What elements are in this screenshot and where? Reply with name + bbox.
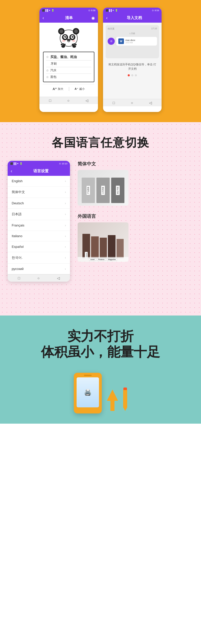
dot-2[interactable] [131, 74, 133, 76]
svg-point-18 [62, 43, 64, 45]
illus-screen-content: 🖨️ [77, 377, 99, 407]
chat-contact-name: 传天英 [108, 27, 114, 31]
chat-file-bubble[interactable]: W mac.docx 15.0 KB [116, 37, 157, 46]
phone2-content: 传天英 17:10 1 天前 传 W mac.docx 15.0 KB [103, 23, 162, 99]
phone2-status-bar: ⬛▐▐ ✦ 🔋 ⊙ 9:59 [103, 8, 162, 13]
simplified-chinese-section: 简体中文 产品图册 公司档案 政企书籍 [78, 161, 193, 206]
android-square-btn-3[interactable]: □ [18, 276, 20, 280]
language-list: English › 简体中文 › Deutsch › 日本語 › Françai… [8, 176, 70, 274]
lang-item-korean[interactable]: 한국어. › [8, 252, 70, 264]
lang-chinese-label: 简体中文 [12, 190, 25, 194]
list-item-1[interactable]: ☆ 买盐、酱油、耗油 [46, 54, 91, 61]
lang-right-content: 简体中文 产品图册 公司档案 政企书籍 [78, 161, 193, 282]
lang-item-italian[interactable]: Italiano › [8, 231, 70, 241]
lang-back-button[interactable]: ‹ [11, 168, 12, 174]
section-language: 各国语言任意切换 ⬛▐▐ ✦ 🔋 ⊙ 10:10 ‹ 语言设置 English … [0, 122, 201, 316]
svg-point-19 [64, 44, 66, 45]
svg-point-3 [60, 30, 63, 33]
lang-chinese-chevron: › [65, 190, 66, 194]
phone2-nav-bar: ‹ 导入文档 [103, 13, 162, 23]
list-item-2[interactable]: 牙刷 [46, 61, 91, 67]
section-phones: ⬛▐▐ ✦ 🔋 ⊙ 9:58 ‹ 清单 ◉ [0, 0, 201, 122]
font-decrease-btn[interactable]: A⁻ 减小 [75, 87, 85, 91]
phone2-nav-title: 导入文档 [110, 16, 159, 20]
android-square-btn[interactable]: □ [49, 98, 51, 103]
illus-phone-body: 🖨️ [74, 373, 102, 413]
svg-point-13 [67, 39, 70, 41]
dot-1[interactable] [128, 74, 130, 76]
lang-status-right: ⊙ 10:10 [59, 162, 67, 165]
android-back-btn[interactable]: ◁ [85, 98, 88, 103]
phone1-android-nav: □ ○ ◁ [39, 97, 98, 104]
book-label-novel: novel [89, 258, 96, 261]
svg-point-23 [75, 44, 77, 45]
folder-label-2: 公司档案 [101, 185, 105, 195]
power-illustration: 🖨️ [74, 373, 127, 413]
language-phone: ⬛▐▐ ✦ 🔋 ⊙ 10:10 ‹ 语言设置 English › 简体中文 › [8, 161, 70, 282]
phone-1-shopping-list: ⬛▐▐ ✦ 🔋 ⊙ 9:58 ‹ 清单 ◉ [39, 8, 98, 112]
font-increase-btn[interactable]: A⁺ 加大 [53, 87, 63, 91]
lang-phone-nav: ‹ 语言设置 [8, 166, 70, 176]
phone1-status-right: ⊙ 9:58 [88, 9, 95, 12]
folder-3: 政企书籍 [111, 178, 124, 203]
list-item-4[interactable]: ☆ 面包 [46, 74, 91, 80]
phone1-eye-icon[interactable]: ◉ [91, 16, 95, 20]
panda-container [43, 26, 94, 49]
lang-item-japanese[interactable]: 日本語 › [8, 209, 70, 220]
simplified-chinese-title: 简体中文 [78, 161, 193, 167]
lang-italian-chevron: › [65, 234, 66, 238]
list-item-3[interactable]: ☆ 汽水 [46, 67, 91, 74]
chat-message-1: 传 W mac.docx 15.0 KB [108, 37, 157, 46]
lang-japanese-chevron: › [65, 212, 66, 216]
lang-nav-title: 语言设置 [15, 169, 67, 174]
lang-english-label: English [12, 179, 23, 183]
font-increase-label: 加大 [58, 87, 63, 91]
phone2-status-right: ⊙ 9:59 [152, 9, 159, 12]
file-size: 15.0 KB [125, 41, 135, 44]
lang-item-german[interactable]: Deutsch › [8, 198, 70, 209]
phone1-back-button[interactable]: ‹ [42, 15, 44, 21]
phone2-android-nav: □ ○ ◁ [103, 99, 162, 106]
lang-spanish-label: Español [12, 245, 24, 249]
android-home-btn-3[interactable]: ○ [37, 276, 39, 280]
footer-divider: | [68, 87, 69, 91]
android-home-btn-2[interactable]: ○ [131, 101, 133, 105]
foreign-language-books: Bazaar novel Finance Magazine [78, 222, 128, 262]
lang-russian-chevron: › [65, 267, 66, 271]
phone1-content: ☆ 买盐、酱油、耗油 牙刷 ☆ 汽水 ☆ 面包 A⁺ [39, 23, 98, 97]
android-back-btn-3[interactable]: ◁ [57, 276, 60, 280]
book-3 [100, 238, 107, 258]
phone1-nav-bar: ‹ 清单 ◉ [39, 13, 98, 23]
android-back-btn-2[interactable]: ◁ [149, 101, 152, 105]
list-item-text-3: 汽水 [50, 68, 56, 73]
simplified-chinese-folders: 产品图册 公司档案 政企书籍 [78, 170, 128, 206]
android-home-btn[interactable]: ○ [67, 98, 69, 103]
pencil-body [123, 390, 127, 407]
phone2-back-button[interactable]: ‹ [106, 15, 108, 21]
lang-item-chinese[interactable]: 简体中文 › [8, 187, 70, 198]
dot-3[interactable] [135, 74, 137, 76]
svg-point-12 [73, 36, 73, 37]
lang-japanese-label: 日本語 [12, 212, 22, 217]
device-illustration: 🖨️ [74, 373, 102, 413]
chat-area: 传天英 17:10 1 天前 传 W mac.docx 15.0 KB [106, 25, 159, 58]
shopping-list-container: ☆ 买盐、酱油、耗油 牙刷 ☆ 汽水 ☆ 面包 [43, 52, 94, 82]
list-item-text-4: 面包 [50, 75, 56, 79]
book-label-magazine: Magazine [107, 258, 117, 261]
phone1-status-left: ⬛▐▐ ✦ 🔋 [42, 9, 54, 12]
svg-point-15 [72, 40, 76, 42]
phone1-footer: A⁺ 加大 | A⁻ 减小 [43, 84, 94, 93]
foreign-language-section: 外国语言 Bazaar [78, 213, 193, 262]
lang-item-french[interactable]: Français › [8, 220, 70, 231]
android-square-btn-2[interactable]: □ [113, 101, 115, 105]
book-4 [108, 235, 116, 258]
folder-label-1: 产品图册 [86, 185, 90, 195]
avatar-initials: 传 [110, 40, 112, 43]
lang-item-spanish[interactable]: Español › [8, 241, 70, 252]
lang-russian-label: русский [12, 267, 24, 271]
foreign-language-title: 外国语言 [78, 213, 193, 219]
lang-item-russian[interactable]: русский › [8, 264, 70, 274]
lang-german-chevron: › [65, 202, 66, 205]
star-icon-1: ☆ [46, 55, 49, 59]
lang-item-english[interactable]: English › [8, 176, 70, 187]
